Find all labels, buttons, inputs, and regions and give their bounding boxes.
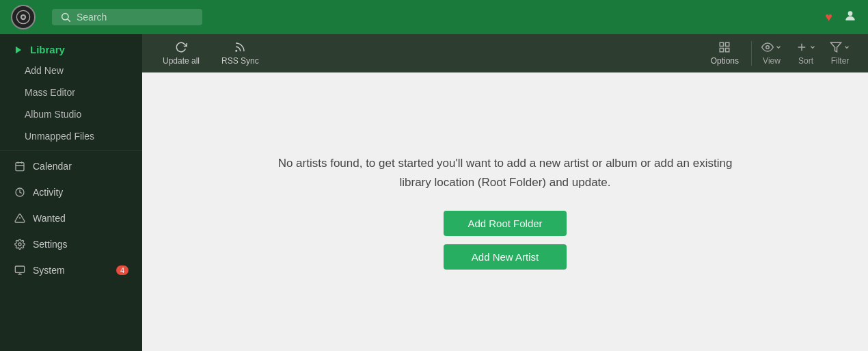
sidebar-item-album-studio[interactable]: Album Studio <box>0 103 142 125</box>
content-area: Update all RSS Sync Options V <box>142 34 868 351</box>
sidebar-item-add-new[interactable]: Add New <box>0 60 142 81</box>
topnav: ♥ <box>0 0 868 34</box>
svg-point-3 <box>62 14 68 20</box>
sort-label: Sort <box>798 56 813 66</box>
sidebar-wanted-label: Wanted <box>33 213 66 224</box>
sidebar-item-settings[interactable]: Settings <box>0 231 142 257</box>
rss-sync-label: RSS Sync <box>221 56 259 66</box>
main-layout: Library Add New Mass Editor Album Studio… <box>0 34 868 351</box>
svg-rect-15 <box>15 266 24 272</box>
sidebar-item-system[interactable]: System 4 <box>0 257 142 283</box>
sidebar-album-studio-label: Album Studio <box>25 109 81 120</box>
toolbar-right: Options View Sort <box>701 37 857 70</box>
svg-rect-21 <box>720 48 724 51</box>
topnav-right: ♥ <box>825 9 857 26</box>
search-bar[interactable] <box>52 9 202 25</box>
svg-point-23 <box>766 45 770 49</box>
update-all-label: Update all <box>163 56 200 66</box>
view-icon <box>761 41 774 53</box>
svg-line-4 <box>68 19 70 22</box>
add-root-folder-button[interactable]: Add Root Folder <box>444 211 567 236</box>
sidebar-activity-label: Activity <box>33 187 63 198</box>
svg-rect-19 <box>720 42 724 46</box>
svg-point-14 <box>18 243 21 246</box>
svg-point-18 <box>236 50 237 51</box>
monitor-icon <box>14 264 26 276</box>
filter-chevron-icon <box>843 44 850 51</box>
svg-rect-7 <box>16 163 24 171</box>
sidebar-item-unmapped-files[interactable]: Unmapped Files <box>0 125 142 147</box>
toolbar-divider <box>751 41 752 66</box>
calendar-icon <box>14 160 26 172</box>
filter-icon <box>830 41 842 53</box>
sidebar-unmapped-files-label: Unmapped Files <box>25 131 94 142</box>
sidebar-item-activity[interactable]: Activity <box>0 179 142 205</box>
svg-marker-6 <box>16 46 21 53</box>
sidebar-mass-editor-label: Mass Editor <box>25 87 75 98</box>
sidebar: Library Add New Mass Editor Album Studio… <box>0 34 142 351</box>
sidebar-item-wanted[interactable]: Wanted <box>0 205 142 231</box>
sort-chevron-icon <box>809 44 816 51</box>
sidebar-item-library[interactable]: Library <box>0 34 142 60</box>
svg-marker-26 <box>831 42 841 52</box>
sidebar-add-new-label: Add New <box>25 65 64 76</box>
play-icon <box>14 45 23 55</box>
patreon-icon[interactable]: ♥ <box>825 10 832 25</box>
view-label: View <box>763 56 781 66</box>
sort-button[interactable]: Sort <box>789 37 823 70</box>
svg-point-5 <box>848 11 853 16</box>
sidebar-system-label: System <box>33 265 65 276</box>
system-badge: 4 <box>116 265 128 275</box>
user-icon[interactable] <box>843 9 857 26</box>
grid-icon <box>718 41 731 53</box>
toolbar: Update all RSS Sync Options V <box>142 34 868 73</box>
sidebar-divider-1 <box>0 150 142 151</box>
view-button[interactable]: View <box>755 37 789 70</box>
empty-message: No artists found, to get started you'll … <box>266 154 744 191</box>
gear-icon <box>14 238 26 250</box>
search-icon <box>60 12 71 23</box>
action-buttons: Add Root Folder Add New Artist <box>444 211 567 270</box>
svg-point-2 <box>22 16 25 18</box>
update-icon <box>175 41 187 53</box>
main-content: No artists found, to get started you'll … <box>142 73 868 351</box>
sidebar-settings-label: Settings <box>33 239 68 250</box>
activity-icon <box>14 186 26 198</box>
sidebar-item-mass-editor[interactable]: Mass Editor <box>0 81 142 103</box>
filter-button[interactable]: Filter <box>823 37 857 70</box>
rss-icon <box>234 41 246 53</box>
sidebar-library-label: Library <box>30 44 65 55</box>
update-all-button[interactable]: Update all <box>153 37 209 70</box>
search-input[interactable] <box>77 12 186 23</box>
add-new-artist-button[interactable]: Add New Artist <box>444 244 567 270</box>
warning-icon <box>14 212 26 224</box>
filter-label: Filter <box>831 56 850 66</box>
view-chevron-icon <box>775 44 782 51</box>
svg-rect-22 <box>726 48 729 51</box>
app-logo[interactable] <box>11 5 36 29</box>
options-button[interactable]: Options <box>701 37 748 70</box>
sort-icon <box>796 41 808 53</box>
rss-sync-button[interactable]: RSS Sync <box>212 37 269 70</box>
sidebar-item-calendar[interactable]: Calendar <box>0 153 142 179</box>
svg-rect-20 <box>726 42 729 46</box>
options-label: Options <box>711 56 739 66</box>
sidebar-calendar-label: Calendar <box>33 161 72 172</box>
